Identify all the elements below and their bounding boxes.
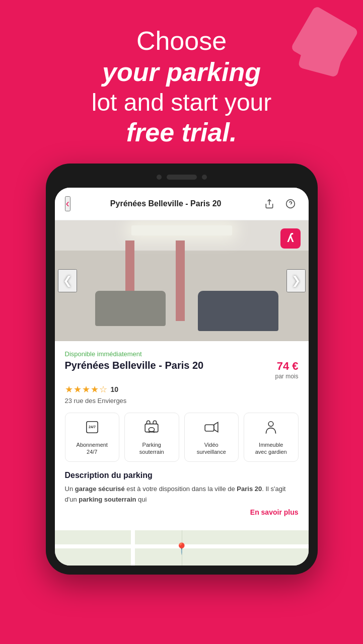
rating-count: 10 xyxy=(111,385,119,393)
image-next-button[interactable]: ❯ xyxy=(286,269,306,292)
svg-text:24/7: 24/7 xyxy=(89,424,96,429)
parking-light xyxy=(131,225,232,235)
feature-guardian: Immeubleavec gardien xyxy=(244,413,299,462)
rating-row: ★★★★☆ 10 xyxy=(65,384,299,395)
feature-underground: Parkingsouterrain xyxy=(124,413,179,462)
read-more-link[interactable]: En savoir plus xyxy=(65,508,299,516)
description-text: Un garage sécurisé est à votre dispositi… xyxy=(65,484,299,505)
price-label: par mois xyxy=(275,373,298,380)
map-road-v xyxy=(131,530,135,566)
map-strip: 📍 xyxy=(55,530,309,566)
svg-rect-11 xyxy=(205,425,214,431)
availability-status: Disponible immédiatement xyxy=(65,350,299,358)
phone-wrapper: ‹ Pyrénées Belleville - Paris 20 xyxy=(0,164,363,575)
map-pin: 📍 xyxy=(175,542,188,555)
price-amount: 74 € xyxy=(277,360,299,372)
features-grid: 24/7 Abonnement24/7 xyxy=(65,413,299,462)
back-button[interactable]: ‹ xyxy=(65,196,70,211)
car-2 xyxy=(198,291,278,331)
description-section: Description du parking Un garage sécuris… xyxy=(65,471,299,521)
feature-guardian-label: Immeubleavec gardien xyxy=(255,441,287,456)
feature-surveillance: Vidéosurveillance xyxy=(184,413,239,462)
description-title: Description du parking xyxy=(65,471,299,480)
hero-line4: free trial. xyxy=(30,117,333,148)
screen-title: Pyrénées Belleville - Paris 20 xyxy=(70,199,261,208)
image-prev-button[interactable]: ❮ xyxy=(58,269,77,292)
notch-slot xyxy=(167,175,197,180)
phone-frame: ‹ Pyrénées Belleville - Paris 20 xyxy=(46,164,318,575)
feature-surveillance-label: Vidéosurveillance xyxy=(197,441,226,456)
feature-247: 24/7 Abonnement24/7 xyxy=(65,413,120,462)
underground-parking-icon xyxy=(143,419,160,438)
clock-247-icon: 24/7 xyxy=(84,419,100,438)
notch-dot-2 xyxy=(202,175,207,180)
app-logo-overlay: ʎ xyxy=(280,228,301,249)
star-rating: ★★★★☆ xyxy=(65,384,108,395)
feature-247-label: Abonnement24/7 xyxy=(77,441,108,456)
person-icon xyxy=(263,419,279,438)
notch-dot-1 xyxy=(157,175,162,180)
car-1 xyxy=(95,291,166,326)
header-icons xyxy=(261,196,299,212)
svg-point-13 xyxy=(268,422,273,427)
svg-point-8 xyxy=(149,428,155,432)
phone-screen: ‹ Pyrénées Belleville - Paris 20 xyxy=(55,188,309,566)
parking-info: Disponible immédiatement Pyrénées Bellev… xyxy=(55,341,309,530)
app-header: ‹ Pyrénées Belleville - Paris 20 xyxy=(55,188,309,220)
help-button[interactable] xyxy=(282,196,299,212)
parking-name: Pyrénées Belleville - Paris 20 xyxy=(65,360,270,371)
parking-image: ʎ ❮ ❯ xyxy=(55,220,309,341)
parking-address: 23 rue des Envierges xyxy=(65,397,299,405)
share-button[interactable] xyxy=(261,196,277,212)
feature-underground-label: Parkingsouterrain xyxy=(139,441,164,456)
camera-icon xyxy=(203,419,220,438)
parking-pillar-2 xyxy=(176,240,185,321)
svg-marker-12 xyxy=(214,422,218,432)
phone-notch xyxy=(55,173,309,182)
price-block: 74 € par mois xyxy=(275,360,298,380)
name-price-row: Pyrénées Belleville - Paris 20 74 € par … xyxy=(65,360,299,380)
